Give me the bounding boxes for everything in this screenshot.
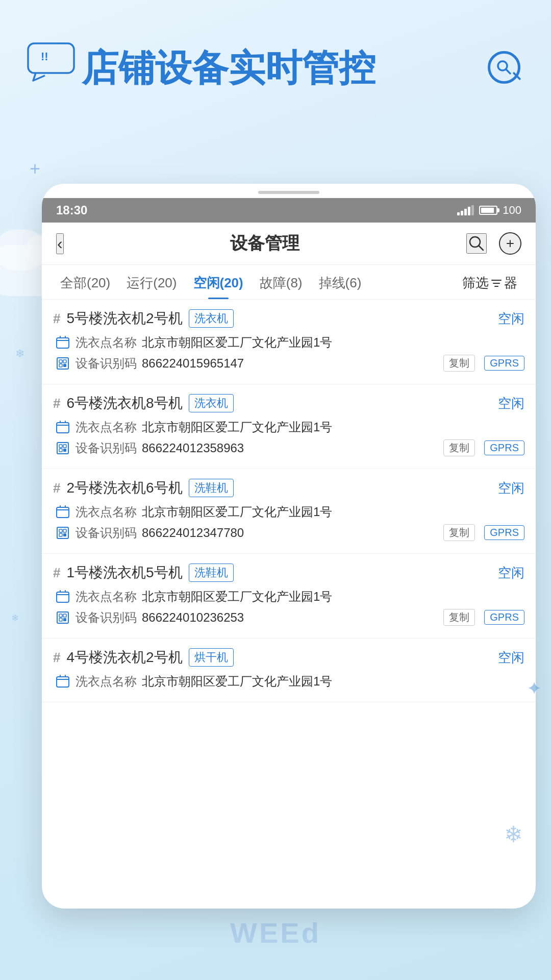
device-id-row-1: 设备识别码 866224015965147 复制 GPRS <box>53 355 524 372</box>
filter-icon <box>491 278 502 289</box>
tab-fault[interactable]: 故障(8) <box>252 265 311 299</box>
device-location-row-5: 洗衣点名称 北京市朝阳区爱工厂文化产业园1号 <box>53 673 524 690</box>
device-hash-5: # <box>53 650 60 666</box>
location-value-4: 北京市朝阳区爱工厂文化产业园1号 <box>142 589 524 605</box>
location-icon-3 <box>55 504 70 520</box>
device-status-5: 空闲 <box>498 649 524 667</box>
top-search-button[interactable] <box>488 51 520 84</box>
device-name-row-3: # 2号楼洗衣机6号机 洗鞋机 <box>53 478 234 498</box>
svg-rect-40 <box>57 612 68 623</box>
svg-rect-26 <box>63 449 66 452</box>
gprs-badge-2: GPRS <box>484 440 524 455</box>
id-label-3: 设备识别码 <box>76 525 137 541</box>
nav-actions: + <box>466 232 521 255</box>
battery-icon <box>479 206 497 215</box>
svg-rect-31 <box>57 527 68 538</box>
device-status-1: 空闲 <box>498 310 524 328</box>
device-list: # 5号楼洗衣机2号机 洗衣机 空闲 洗衣点名称 北京市朝阳区爱工厂文化产业园1… <box>42 300 536 909</box>
device-card-4[interactable]: # 1号楼洗衣机5号机 洗鞋机 空闲 洗衣点名称 北京市朝阳区爱工厂文化产业园1… <box>42 554 536 639</box>
copy-button-2[interactable]: 复制 <box>443 439 475 456</box>
tab-running[interactable]: 运行(20) <box>118 265 185 299</box>
device-hash-4: # <box>53 565 60 581</box>
svg-rect-13 <box>57 358 68 369</box>
snowflake-decoration-2: ❄ <box>11 612 19 624</box>
device-name-3: 2号楼洗衣机6号机 <box>66 478 182 498</box>
device-card-5[interactable]: # 4号楼洗衣机2号机 烘干机 空闲 洗衣点名称 北京市朝阳区爱工厂文化产业园1… <box>42 639 536 702</box>
add-device-button[interactable]: + <box>499 232 521 255</box>
location-icon-2 <box>55 420 70 435</box>
nav-title: 设备管理 <box>230 232 299 255</box>
device-id-icon-4 <box>55 610 70 625</box>
copy-button-1[interactable]: 复制 <box>443 355 475 372</box>
device-name-2: 6号楼洗衣机8号机 <box>66 394 182 413</box>
tab-idle[interactable]: 空闲(20) <box>185 265 252 299</box>
device-id-row-2: 设备识别码 866224012358963 复制 GPRS <box>53 439 524 456</box>
svg-rect-35 <box>63 533 66 536</box>
svg-rect-27 <box>57 507 69 518</box>
location-value-5: 北京市朝阳区爱工厂文化产业园1号 <box>142 673 524 690</box>
snowflake-decoration-br: ❄ <box>504 821 523 847</box>
device-type-badge-5: 烘干机 <box>189 648 234 667</box>
device-id-row-4: 设备识别码 866224010236253 复制 GPRS <box>53 609 524 626</box>
svg-line-3 <box>506 69 510 74</box>
gprs-badge-4: GPRS <box>484 610 524 625</box>
location-icon-4 <box>55 589 70 604</box>
svg-rect-24 <box>63 445 66 448</box>
location-icon-1 <box>55 335 70 350</box>
phone-notch <box>258 191 319 194</box>
device-status-2: 空闲 <box>498 395 524 412</box>
id-label-4: 设备识别码 <box>76 609 137 626</box>
id-value-3: 866224012347780 <box>142 526 438 540</box>
tab-filter[interactable]: 筛选 器 <box>454 265 525 299</box>
svg-rect-14 <box>59 360 62 363</box>
back-button[interactable]: ‹ <box>56 233 64 254</box>
device-id-icon-3 <box>55 525 70 541</box>
id-value-4: 866224010236253 <box>142 610 438 625</box>
device-location-row-3: 洗衣点名称 北京市朝阳区爱工厂文化产业园1号 <box>53 504 524 520</box>
device-name-5: 4号楼洗衣机2号机 <box>66 648 182 667</box>
device-card-3[interactable]: # 2号楼洗衣机6号机 洗鞋机 空闲 洗衣点名称 北京市朝阳区爱工厂文化产业园1… <box>42 469 536 554</box>
tab-all[interactable]: 全部(20) <box>52 265 118 299</box>
device-status-4: 空闲 <box>498 564 524 582</box>
page-title: 店铺设备实时管控 <box>82 46 520 90</box>
location-value-3: 北京市朝阳区爱工厂文化产业园1号 <box>142 504 524 520</box>
svg-rect-32 <box>59 529 62 532</box>
location-label-3: 洗衣点名称 <box>76 504 137 520</box>
svg-rect-16 <box>59 364 62 367</box>
device-type-badge-4: 洗鞋机 <box>189 564 234 582</box>
svg-line-5 <box>479 246 483 250</box>
tabs-bar: 全部(20) 运行(20) 空闲(20) 故障(8) 掉线(6) 筛选 器 <box>42 265 536 300</box>
device-card-2[interactable]: # 6号楼洗衣机8号机 洗衣机 空闲 洗衣点名称 北京市朝阳区爱工厂文化产业园1… <box>42 384 536 469</box>
svg-rect-41 <box>59 614 62 617</box>
device-id-icon-1 <box>55 356 70 371</box>
status-bar: 18:30 100 <box>42 198 536 223</box>
search-button[interactable] <box>466 233 487 254</box>
device-header-1: # 5号楼洗衣机2号机 洗衣机 空闲 <box>53 309 524 328</box>
device-type-badge-1: 洗衣机 <box>189 309 234 328</box>
device-location-row-2: 洗衣点名称 北京市朝阳区爱工厂文化产业园1号 <box>53 419 524 435</box>
svg-rect-33 <box>63 529 66 532</box>
signal-icon <box>457 205 474 215</box>
device-header-5: # 4号楼洗衣机2号机 烘干机 空闲 <box>53 648 524 667</box>
svg-rect-43 <box>59 618 62 621</box>
snowflake-decoration-1: ❄ <box>15 347 24 360</box>
device-type-badge-2: 洗衣机 <box>189 394 234 412</box>
filter-label: 筛选 <box>462 274 489 292</box>
weed-watermark: WEEd <box>230 916 321 949</box>
copy-button-3[interactable]: 复制 <box>443 524 475 541</box>
device-card-1[interactable]: # 5号楼洗衣机2号机 洗衣机 空闲 洗衣点名称 北京市朝阳区爱工厂文化产业园1… <box>42 300 536 384</box>
id-label-2: 设备识别码 <box>76 440 137 456</box>
device-status-3: 空闲 <box>498 479 524 497</box>
location-label-2: 洗衣点名称 <box>76 419 137 435</box>
device-id-row-3: 设备识别码 866224012347780 复制 GPRS <box>53 524 524 541</box>
device-name-row-2: # 6号楼洗衣机8号机 洗衣机 <box>53 394 234 413</box>
phone-frame: 18:30 100 ‹ 设备管理 + <box>42 184 536 909</box>
location-label-5: 洗衣点名称 <box>76 673 137 690</box>
device-location-row-1: 洗衣点名称 北京市朝阳区爱工厂文化产业园1号 <box>53 334 524 351</box>
header-area: !! 店铺设备实时管控 <box>0 0 551 110</box>
copy-button-4[interactable]: 复制 <box>443 609 475 626</box>
status-time: 18:30 <box>56 203 87 217</box>
tab-offline[interactable]: 掉线(6) <box>311 265 370 299</box>
device-name-row-5: # 4号楼洗衣机2号机 烘干机 <box>53 648 234 667</box>
device-header-4: # 1号楼洗衣机5号机 洗鞋机 空闲 <box>53 563 524 582</box>
